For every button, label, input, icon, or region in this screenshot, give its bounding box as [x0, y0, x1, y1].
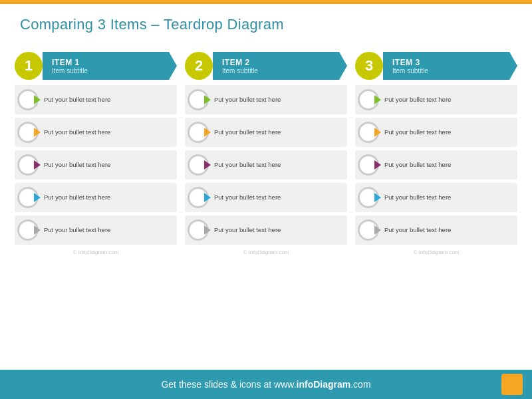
col-subtitle-1: Item subtitle [52, 67, 170, 74]
bullet-row-3-1: Put your bullet text here [355, 85, 517, 114]
bullet-icon-orange [356, 120, 380, 144]
col-number-2: 2 [185, 52, 213, 80]
column-3: 3ITEM 3Item subtitlePut your bullet text… [355, 52, 517, 255]
bullet-icon-green [356, 88, 380, 112]
bullet-row-2-5: Put your bullet text here [185, 215, 347, 245]
bullet-circle-blue [17, 187, 39, 208]
bullet-arrow-icon [374, 95, 381, 104]
col-subtitle-3: Item subtitle [392, 67, 511, 74]
bullet-row-1-4: Put your bullet text here [15, 183, 177, 212]
bullet-icon-purple [356, 153, 380, 177]
watermark-2: © InfoDiagram.com [185, 248, 347, 255]
bullet-icon-blue [186, 186, 210, 209]
col-header-3: 3ITEM 3Item subtitle [355, 52, 517, 80]
bullet-row-1-3: Put your bullet text here [15, 150, 177, 180]
bullet-arrow-icon [34, 160, 41, 170]
bullet-row-1-1: Put your bullet text here [15, 85, 177, 114]
bullet-row-3-4: Put your bullet text here [355, 183, 517, 212]
bullet-arrow-icon [204, 193, 211, 202]
bullet-row-1-5: Put your bullet text here [15, 215, 177, 245]
bullet-arrow-icon [204, 128, 211, 137]
bullet-text-1-1: Put your bullet text here [40, 96, 173, 104]
col-title-box-1: ITEM 1Item subtitle [43, 52, 177, 80]
bullet-arrow-icon [34, 225, 41, 235]
bullet-icon-gray [16, 218, 40, 242]
bullet-icon-purple [186, 153, 210, 177]
col-number-3: 3 [355, 52, 383, 80]
col-header-1: 1ITEM 1Item subtitle [15, 52, 177, 80]
bullet-arrow-icon [204, 160, 211, 170]
bottom-orange-box [501, 374, 523, 395]
bullet-row-3-5: Put your bullet text here [355, 215, 517, 245]
bullet-row-3-2: Put your bullet text here [355, 118, 517, 147]
col-label-1: ITEM 1 [52, 58, 170, 67]
watermark-3: © InfoDiagram.com [355, 248, 517, 255]
col-title-box-3: ITEM 3Item subtitle [383, 52, 517, 80]
bullet-icon-gray [356, 218, 380, 242]
col-header-2: 2ITEM 2Item subtitle [185, 52, 347, 80]
bullet-arrow-icon [374, 193, 381, 202]
bullet-arrow-icon [204, 225, 211, 235]
bullet-arrow-icon [204, 95, 211, 104]
bullet-text-3-1: Put your bullet text here [380, 96, 513, 104]
bullet-circle-green [358, 89, 379, 110]
bullet-circle-purple [188, 154, 209, 176]
bullet-text-2-2: Put your bullet text here [210, 128, 343, 137]
bullet-row-2-1: Put your bullet text here [185, 85, 347, 114]
bullet-circle-orange [188, 122, 209, 143]
bullet-arrow-icon [374, 128, 381, 137]
page-title: Comparing 3 Items – Teardrop Diagram [0, 4, 532, 33]
bullet-arrow-icon [34, 128, 41, 137]
col-label-3: ITEM 3 [392, 58, 511, 67]
bullet-circle-blue [358, 187, 379, 208]
col-number-1: 1 [15, 52, 43, 80]
bullet-text-1-3: Put your bullet text here [40, 161, 173, 170]
main-content: 1ITEM 1Item subtitlePut your bullet text… [0, 40, 532, 262]
bullet-arrow-icon [374, 225, 381, 235]
bullet-arrow-icon [374, 160, 381, 170]
bullet-arrow-icon [34, 193, 41, 202]
bullet-icon-blue [356, 186, 380, 209]
column-2: 2ITEM 2Item subtitlePut your bullet text… [185, 52, 347, 255]
bullet-icon-orange [16, 120, 40, 144]
bottom-bar: Get these slides & icons at www.infoDiag… [0, 370, 532, 399]
bullet-text-3-3: Put your bullet text here [380, 161, 513, 170]
bullet-text-2-5: Put your bullet text here [210, 226, 343, 235]
bullet-text-2-4: Put your bullet text here [210, 194, 343, 202]
bullet-row-2-3: Put your bullet text here [185, 150, 347, 180]
bullet-icon-green [186, 88, 210, 112]
bullet-circle-green [188, 89, 209, 110]
bullet-row-1-2: Put your bullet text here [15, 118, 177, 147]
bullet-icon-gray [186, 218, 210, 242]
bullet-arrow-icon [34, 95, 41, 104]
bullet-row-2-2: Put your bullet text here [185, 118, 347, 147]
bullet-text-3-4: Put your bullet text here [380, 194, 513, 202]
bullet-circle-purple [17, 154, 39, 176]
bullet-icon-blue [16, 186, 40, 209]
bullet-circle-orange [358, 122, 379, 143]
bullet-text-1-5: Put your bullet text here [40, 226, 173, 235]
bullet-row-3-3: Put your bullet text here [355, 150, 517, 180]
bottom-bar-text: Get these slides & icons at www.infoDiag… [161, 379, 370, 390]
col-label-2: ITEM 2 [222, 58, 340, 67]
bullet-text-3-5: Put your bullet text here [380, 226, 513, 235]
bullet-row-2-4: Put your bullet text here [185, 183, 347, 212]
column-1: 1ITEM 1Item subtitlePut your bullet text… [15, 52, 177, 255]
bullet-circle-gray [188, 219, 209, 241]
bullet-circle-gray [358, 219, 379, 241]
bullet-circle-blue [188, 187, 209, 208]
col-title-box-2: ITEM 2Item subtitle [213, 52, 347, 80]
bullet-text-2-3: Put your bullet text here [210, 161, 343, 170]
bullet-icon-purple [16, 153, 40, 177]
bullet-icon-orange [186, 120, 210, 144]
bullet-icon-green [16, 88, 40, 112]
bullet-circle-green [17, 89, 39, 110]
bullet-circle-gray [17, 219, 39, 241]
bullet-text-1-4: Put your bullet text here [40, 194, 173, 202]
bullet-circle-orange [17, 122, 39, 143]
bullet-text-1-2: Put your bullet text here [40, 128, 173, 137]
watermark-1: © InfoDiagram.com [15, 248, 177, 255]
bullet-circle-purple [358, 154, 379, 176]
bullet-text-3-2: Put your bullet text here [380, 128, 513, 137]
bullet-text-2-1: Put your bullet text here [210, 96, 343, 104]
